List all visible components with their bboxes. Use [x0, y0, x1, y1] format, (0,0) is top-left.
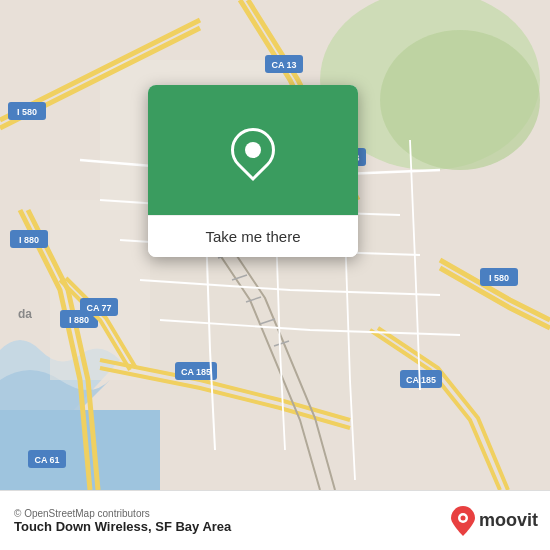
svg-rect-6	[50, 200, 150, 380]
moovit-text: moovit	[479, 510, 538, 531]
svg-text:CA 61: CA 61	[34, 455, 59, 465]
location-popup: Take me there	[148, 85, 358, 257]
location-title: Touch Down Wireless, SF Bay Area	[14, 519, 231, 534]
moovit-logo: moovit	[451, 506, 538, 536]
svg-point-39	[460, 515, 465, 520]
pin-wrapper	[231, 128, 275, 172]
bottom-bar: © OpenStreetMap contributors Touch Down …	[0, 490, 550, 550]
svg-text:CA 77: CA 77	[86, 303, 111, 313]
svg-text:CA 185: CA 185	[406, 375, 436, 385]
location-pin	[222, 119, 284, 181]
svg-text:CA 13: CA 13	[271, 60, 296, 70]
osm-credit: © OpenStreetMap contributors	[14, 508, 231, 519]
popup-map-section	[148, 85, 358, 215]
moovit-pin-icon	[451, 506, 475, 536]
svg-text:I 880: I 880	[19, 235, 39, 245]
map-container: I 580 CA 13 CA 13 I 880 I 880 CA 77 CA 1…	[0, 0, 550, 490]
svg-text:CA 185: CA 185	[181, 367, 211, 377]
take-me-there-button[interactable]: Take me there	[148, 215, 358, 257]
bottom-left: © OpenStreetMap contributors Touch Down …	[14, 508, 231, 534]
svg-rect-3	[0, 410, 160, 490]
svg-text:da: da	[18, 307, 32, 321]
svg-text:I 580: I 580	[17, 107, 37, 117]
svg-text:I 580: I 580	[489, 273, 509, 283]
svg-text:I 880: I 880	[69, 315, 89, 325]
svg-point-2	[380, 30, 540, 170]
